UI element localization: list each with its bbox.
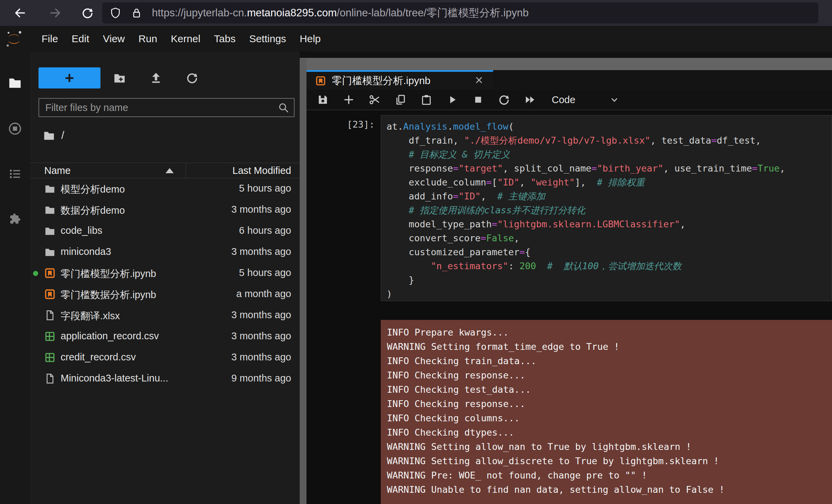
log-line: INFO Checking columns... xyxy=(387,411,832,425)
log-line: INFO Prepare kwargs... xyxy=(387,325,832,340)
code-line: at.Analysis.model_flow( xyxy=(387,119,832,133)
refresh-icon[interactable] xyxy=(186,71,199,84)
back-icon[interactable] xyxy=(14,6,27,19)
upload-icon[interactable] xyxy=(150,71,162,84)
filter-files-input[interactable] xyxy=(39,102,278,113)
notebook-icon xyxy=(44,289,56,300)
sort-ascending-icon[interactable] xyxy=(166,168,174,173)
column-header-name[interactable]: Name xyxy=(44,165,70,176)
new-launcher-button[interactable]: + xyxy=(38,67,100,88)
menu-item-kernel[interactable]: Kernel xyxy=(164,33,207,45)
url-path: /online-lab/lab/tree/零门槛模型分析.ipynb xyxy=(337,7,529,19)
menu-item-help[interactable]: Help xyxy=(293,33,328,45)
menu-item-run[interactable]: Run xyxy=(132,33,164,45)
run-all-icon[interactable] xyxy=(524,94,536,106)
folder-icon xyxy=(44,183,56,194)
activity-bar xyxy=(0,52,30,504)
menu-item-view[interactable]: View xyxy=(96,33,131,45)
file-row[interactable]: 零门槛模型分析.ipynb5 hours ago xyxy=(30,263,300,284)
file-modified: 3 months ago xyxy=(231,246,291,257)
new-folder-icon[interactable] xyxy=(113,71,126,84)
menu-item-edit[interactable]: Edit xyxy=(65,33,96,45)
shield-icon[interactable] xyxy=(110,7,121,19)
interrupt-icon[interactable] xyxy=(472,94,484,106)
copy-icon[interactable] xyxy=(394,94,407,106)
extensions-icon[interactable] xyxy=(8,212,22,227)
column-header-modified[interactable]: Last Modified xyxy=(233,165,292,176)
lock-icon[interactable] xyxy=(131,7,142,19)
file-row[interactable]: Miniconda3-latest-Linu...9 months ago xyxy=(30,368,300,389)
cut-icon[interactable] xyxy=(368,94,381,106)
insert-cell-icon[interactable] xyxy=(343,94,355,106)
url-prefix: https://jupyterlab-cn. xyxy=(152,7,247,19)
file-row[interactable]: 模型分析demo5 hours ago xyxy=(30,178,300,199)
file-row[interactable]: code_libs6 hours ago xyxy=(30,221,300,242)
reload-icon[interactable] xyxy=(81,6,94,19)
file-modified: 3 months ago xyxy=(231,309,291,321)
log-line: INFO Checking response... xyxy=(387,397,832,411)
file-name: 零门槛模型分析.ipynb xyxy=(61,267,156,281)
address-bar[interactable]: https://jupyterlab-cn.metanoia8295.com/o… xyxy=(102,2,818,23)
log-line: INFO Checking test_data... xyxy=(387,383,832,397)
cell-stderr-output: INFO Prepare kwargs...WARNING Setting fo… xyxy=(381,320,832,504)
restart-icon[interactable] xyxy=(498,94,510,106)
menu-item-settings[interactable]: Settings xyxy=(242,33,293,45)
file-modified: 3 months ago xyxy=(231,330,291,342)
folder-icon xyxy=(44,246,56,258)
csv-icon xyxy=(44,331,56,342)
files-icon[interactable] xyxy=(8,76,22,90)
paste-icon[interactable] xyxy=(420,94,433,106)
file-name: credit_record.csv xyxy=(61,352,136,363)
file-row[interactable]: 字段翻译.xlsx3 months ago xyxy=(30,305,300,326)
cell-type-dropdown[interactable]: Code xyxy=(552,94,575,105)
notebook-toolbar: Code xyxy=(307,90,832,110)
close-icon[interactable]: × xyxy=(475,72,483,88)
save-icon[interactable] xyxy=(317,94,329,106)
code-line: exclude_column=["ID", "weight"], # 排除权重 xyxy=(387,175,832,189)
code-line: # 目标定义 & 切片定义 xyxy=(387,147,832,161)
file-row[interactable]: 数据分析demo3 months ago xyxy=(30,199,300,221)
code-line: model_type_path="lightgbm.sklearn.LGBMCl… xyxy=(387,217,832,231)
log-line: INFO Checking response... xyxy=(387,368,832,383)
log-line: WARNING Setting allow_nan to True by lig… xyxy=(387,440,832,454)
column-divider[interactable] xyxy=(186,163,186,178)
dock-panel: 零门槛模型分析.ipynb × xyxy=(307,52,832,504)
log-line: WARNING Setting format_time_edge to True… xyxy=(387,340,832,354)
file-icon xyxy=(44,310,56,321)
file-row[interactable]: credit_record.csv3 months ago xyxy=(30,347,300,368)
tab-bar: 零门槛模型分析.ipynb × xyxy=(307,70,832,90)
notebook-tab[interactable]: 零门槛模型分析.ipynb × xyxy=(307,70,493,90)
url-text[interactable]: https://jupyterlab-cn.metanoia8295.com/o… xyxy=(152,6,529,20)
code-line: response="target", split_col_name="birth… xyxy=(387,161,832,175)
file-modified: 3 months ago xyxy=(231,204,291,215)
file-list-header: Name Last Modified xyxy=(30,163,300,178)
menu-item-tabs[interactable]: Tabs xyxy=(207,33,242,45)
run-icon[interactable] xyxy=(446,94,458,106)
file-row[interactable]: miniconda33 months ago xyxy=(30,242,300,263)
running-sessions-icon[interactable] xyxy=(8,121,22,136)
breadcrumb: / xyxy=(43,129,64,142)
search-icon xyxy=(278,102,289,113)
file-name: 数据分析demo xyxy=(61,204,125,217)
forward-icon[interactable] xyxy=(49,6,62,19)
code-cell-editor[interactable]: at.Analysis.model_flow( df_train, "./模型分… xyxy=(381,115,832,301)
browser-toolbar: https://jupyterlab-cn.metanoia8295.com/o… xyxy=(0,0,832,26)
panel-splitter[interactable] xyxy=(300,58,307,504)
breadcrumb-root[interactable]: / xyxy=(61,129,64,142)
file-row[interactable]: application_record.csv3 months ago xyxy=(30,326,300,347)
file-name: Miniconda3-latest-Linu... xyxy=(61,373,168,384)
file-browser-panel: + / Name xyxy=(30,52,300,504)
log-line: INFO Checking dtypes... xyxy=(387,425,832,440)
file-row[interactable]: 零门槛数据分析.ipynba month ago xyxy=(30,284,300,305)
file-name: 模型分析demo xyxy=(61,183,125,196)
screen: https://jupyterlab-cn.metanoia8295.com/o… xyxy=(0,0,832,504)
home-folder-icon[interactable] xyxy=(43,129,55,142)
folder-icon xyxy=(44,225,56,237)
file-icon xyxy=(44,373,56,384)
jupyter-logo xyxy=(5,30,23,48)
menu-item-file[interactable]: File xyxy=(35,33,65,45)
chevron-down-icon[interactable] xyxy=(609,95,619,105)
log-line: WARNING Unable to find nan data, setting… xyxy=(387,483,832,497)
csv-icon xyxy=(44,352,56,363)
toc-icon[interactable] xyxy=(8,167,22,181)
